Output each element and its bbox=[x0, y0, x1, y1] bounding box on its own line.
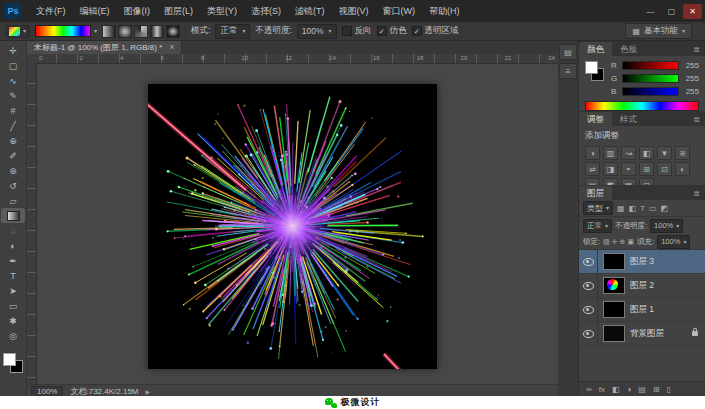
adjustment-icon-color-balance[interactable]: ⇌ bbox=[585, 162, 600, 176]
adjustment-icon-black-white[interactable]: ◨ bbox=[603, 162, 618, 176]
angle-gradient-button[interactable] bbox=[134, 25, 148, 38]
tool-pen[interactable]: ✒ bbox=[1, 253, 25, 268]
minimize-button[interactable]: — bbox=[641, 4, 660, 19]
green-slider[interactable] bbox=[622, 74, 679, 83]
canvas-area[interactable]: 0 2 4 6 8 10 12 14 16 18 20 22 24 bbox=[27, 54, 558, 384]
tool-move[interactable]: ✛ bbox=[1, 43, 25, 58]
opacity-select[interactable]: 100% ▾ bbox=[297, 24, 337, 39]
filter-shape-icon[interactable]: ▭ bbox=[649, 204, 657, 213]
new-adjustment-icon[interactable]: ◑ bbox=[627, 385, 632, 394]
close-button[interactable]: ✕ bbox=[683, 4, 702, 19]
tab-adjustments[interactable]: 调整 bbox=[579, 112, 612, 126]
tab-styles[interactable]: 样式 bbox=[612, 112, 645, 126]
layer-thumbnail[interactable] bbox=[603, 301, 625, 318]
adjustment-icon-photo-filter[interactable]: ◓ bbox=[621, 162, 636, 176]
transparency-checkbox[interactable]: ✓ 透明区域 bbox=[412, 25, 459, 37]
tool-gradient[interactable] bbox=[1, 208, 25, 223]
adjustment-icon-vibrance[interactable]: ▼ bbox=[657, 146, 672, 160]
filter-smart-object-icon[interactable]: ◩ bbox=[661, 204, 669, 213]
tab-color[interactable]: 颜色 bbox=[579, 42, 612, 56]
menu-file[interactable]: 文件(F) bbox=[29, 0, 73, 22]
tab-swatches[interactable]: 色板 bbox=[612, 42, 645, 56]
tool-lasso[interactable]: ∿ bbox=[1, 73, 25, 88]
layer-name[interactable]: 图层 1 bbox=[630, 304, 654, 316]
tool-blur[interactable]: ◌ bbox=[1, 223, 25, 238]
restore-button[interactable]: ▢ bbox=[662, 4, 681, 19]
blend-mode-select[interactable]: 正常 ▾ bbox=[215, 24, 250, 39]
tool-brush[interactable]: ✐ bbox=[1, 148, 25, 163]
blue-value[interactable]: 255 bbox=[683, 87, 699, 96]
green-value[interactable]: 255 bbox=[683, 74, 699, 83]
blue-slider[interactable] bbox=[622, 87, 679, 96]
layer-name[interactable]: 背景图层 bbox=[630, 328, 664, 340]
status-expand-icon[interactable]: ▶ bbox=[146, 388, 151, 395]
adjustment-icon-curves[interactable]: ↝ bbox=[621, 146, 636, 160]
tool-dodge[interactable]: ◐ bbox=[1, 238, 25, 253]
tool-eraser[interactable]: ▱ bbox=[1, 193, 25, 208]
adjustment-icon-exposure[interactable]: ◧ bbox=[639, 146, 654, 160]
foreground-color-swatch[interactable] bbox=[3, 353, 16, 366]
tool-marquee[interactable]: ▢ bbox=[1, 58, 25, 73]
adjustment-icon-color-lookup[interactable]: ⊡ bbox=[657, 162, 672, 176]
layer-thumbnail[interactable] bbox=[603, 277, 625, 294]
layer-visibility-toggle[interactable] bbox=[579, 322, 598, 345]
panel-menu-icon[interactable]: ≣ bbox=[688, 45, 705, 56]
new-group-icon[interactable]: ▤ bbox=[638, 385, 646, 394]
tool-shape[interactable]: ▭ bbox=[1, 298, 25, 313]
layer-row-layer-1[interactable]: 图层 1 bbox=[579, 298, 705, 322]
adjustment-icon-brightness-contrast[interactable]: ◑ bbox=[585, 146, 600, 160]
filter-adjustment-icon[interactable]: ◧ bbox=[629, 204, 637, 213]
tool-preset-picker[interactable]: ▾ bbox=[5, 25, 30, 38]
tab-layers[interactable]: 图层 bbox=[579, 186, 612, 200]
add-mask-icon[interactable]: ◧ bbox=[612, 385, 620, 394]
menu-select[interactable]: 选择(S) bbox=[244, 0, 288, 22]
filter-type-select[interactable]: 类型 ▾ bbox=[583, 201, 613, 215]
zoom-level-field[interactable]: 100% bbox=[31, 386, 63, 397]
layer-opacity-select[interactable]: 100% ▾ bbox=[650, 219, 683, 233]
adjustment-icon-channel-mixer[interactable]: ⊞ bbox=[639, 162, 654, 176]
panel-menu-icon[interactable]: ≣ bbox=[688, 189, 705, 200]
menu-view[interactable]: 视图(V) bbox=[332, 0, 376, 22]
document-tab[interactable]: 未标题-1 @ 100% (图层 1, RGB/8) * × bbox=[27, 41, 182, 54]
workspace-switcher[interactable]: ▦ 基本功能 ▾ bbox=[625, 23, 692, 39]
color-spectrum-ramp[interactable] bbox=[585, 101, 699, 111]
layer-name[interactable]: 图层 3 bbox=[630, 256, 654, 268]
panel-menu-icon[interactable]: ≣ bbox=[688, 115, 705, 126]
adjustment-icon-hue-saturation[interactable]: ≋ bbox=[675, 146, 690, 160]
menu-layer[interactable]: 图层(L) bbox=[157, 0, 200, 22]
layer-visibility-toggle[interactable] bbox=[579, 250, 598, 273]
tool-zoom[interactable]: ◎ bbox=[1, 328, 25, 343]
layer-row-layer-2[interactable]: 图层 2 bbox=[579, 274, 705, 298]
adjustment-icon-invert[interactable]: ◐ bbox=[675, 162, 690, 176]
tool-quick-select[interactable]: ✎ bbox=[1, 88, 25, 103]
menu-image[interactable]: 图像(I) bbox=[117, 0, 158, 22]
tool-hand[interactable]: ✱ bbox=[1, 313, 25, 328]
lock-pixels-icon[interactable]: ✛ bbox=[612, 238, 618, 246]
tool-path-select[interactable]: ➤ bbox=[1, 283, 25, 298]
menu-window[interactable]: 窗口(W) bbox=[376, 0, 423, 22]
lock-transparent-icon[interactable]: ▨ bbox=[603, 238, 610, 246]
tool-healing-brush[interactable]: ⊕ bbox=[1, 133, 25, 148]
history-panel-icon[interactable]: ▤ bbox=[559, 44, 577, 60]
layer-row-layer-3[interactable]: 图层 3 bbox=[579, 250, 705, 274]
diamond-gradient-button[interactable] bbox=[166, 25, 180, 38]
color-swatches[interactable] bbox=[3, 353, 23, 373]
tool-eyedropper[interactable]: ╱ bbox=[1, 118, 25, 133]
layer-style-icon[interactable]: fx bbox=[599, 385, 605, 394]
layer-visibility-toggle[interactable] bbox=[579, 274, 598, 297]
layer-row-background[interactable]: 背景图层 bbox=[579, 322, 705, 346]
layer-name[interactable]: 图层 2 bbox=[630, 280, 654, 292]
link-layers-icon[interactable]: ∞ bbox=[586, 385, 592, 394]
tool-clone-stamp[interactable]: ⊛ bbox=[1, 163, 25, 178]
tool-type[interactable]: T bbox=[1, 268, 25, 283]
filter-pixel-icon[interactable]: ▦ bbox=[617, 204, 625, 213]
lock-all-icon[interactable]: ▣ bbox=[627, 238, 634, 246]
menu-help[interactable]: 帮助(H) bbox=[422, 0, 467, 22]
panel-color-swatches[interactable] bbox=[585, 61, 604, 81]
lock-position-icon[interactable]: ⊕ bbox=[620, 238, 626, 246]
menu-type[interactable]: 类型(Y) bbox=[200, 0, 244, 22]
layer-fill-select[interactable]: 100% ▾ bbox=[657, 235, 690, 249]
reflected-gradient-button[interactable] bbox=[150, 25, 164, 38]
tool-history-brush[interactable]: ↺ bbox=[1, 178, 25, 193]
red-slider[interactable] bbox=[622, 61, 679, 70]
